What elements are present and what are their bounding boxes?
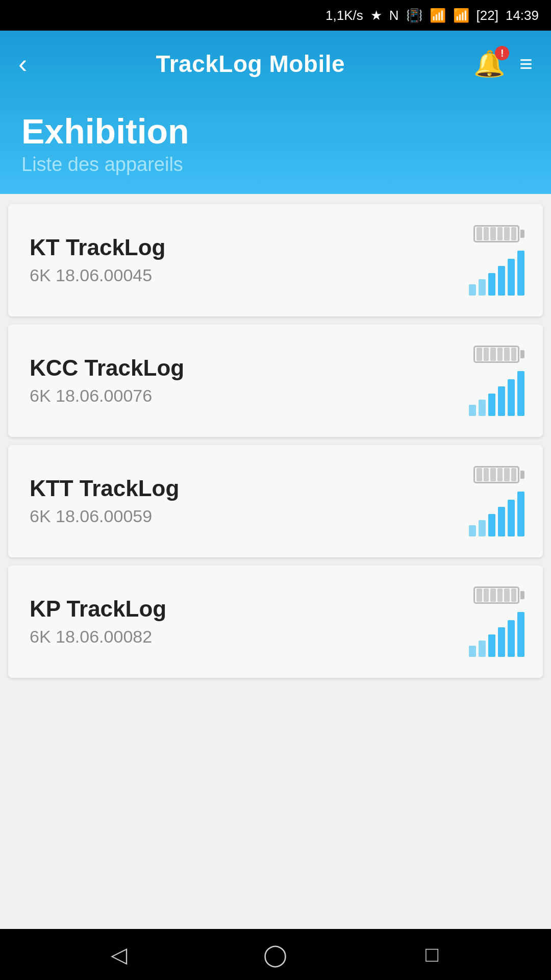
device-info: KCC TrackLog 6K 18.06.00076: [30, 355, 184, 406]
battery-body: [473, 586, 519, 604]
device-name: KCC TrackLog: [30, 355, 184, 381]
section-header: Exhibition Liste des appareils: [0, 97, 551, 194]
notification-button[interactable]: 🔔 !: [473, 49, 505, 79]
menu-button[interactable]: ≡: [519, 53, 533, 75]
device-list: KT TrackLog 6K 18.06.00045: [0, 194, 551, 929]
header-icons: 🔔 ! ≡: [473, 49, 533, 79]
network-speed: 1,1K/s: [325, 8, 363, 23]
device-status: [469, 466, 524, 536]
battery-tip: [520, 591, 524, 599]
signal-bars: [469, 371, 524, 416]
notification-badge: !: [495, 46, 509, 60]
battery-icon: [473, 586, 524, 604]
battery-percent: [22]: [477, 8, 498, 23]
nav-home-button[interactable]: ◯: [255, 934, 296, 975]
app-header: ‹ TrackLog Mobile 🔔 ! ≡: [0, 31, 551, 97]
battery-body: [473, 225, 519, 242]
signal-icon: 📶: [453, 8, 469, 23]
device-status: [469, 225, 524, 296]
back-button[interactable]: ‹: [18, 51, 27, 77]
device-name: KP TrackLog: [30, 596, 166, 622]
bluetooth-icon: ★: [370, 8, 382, 23]
device-id: 6K 18.06.00059: [30, 506, 179, 526]
app-title: TrackLog Mobile: [156, 50, 345, 78]
device-card[interactable]: KT TrackLog 6K 18.06.00045: [8, 204, 543, 316]
battery-tip: [520, 471, 524, 479]
device-name: KT TrackLog: [30, 235, 166, 260]
device-card[interactable]: KCC TrackLog 6K 18.06.00076: [8, 325, 543, 437]
device-card[interactable]: KTT TrackLog 6K 18.06.00059: [8, 445, 543, 557]
nfc-icon: N: [389, 8, 399, 23]
device-status: [469, 586, 524, 657]
battery-icon: [473, 225, 524, 242]
device-name: KTT TrackLog: [30, 476, 179, 501]
nav-recent-button[interactable]: □: [412, 934, 453, 975]
battery-icon: [473, 346, 524, 363]
device-status: [469, 346, 524, 416]
device-card[interactable]: KP TrackLog 6K 18.06.00082: [8, 566, 543, 678]
battery-body: [473, 346, 519, 363]
battery-body: [473, 466, 519, 483]
signal-bars: [469, 251, 524, 296]
section-subtitle: Liste des appareils: [21, 154, 530, 176]
device-info: KTT TrackLog 6K 18.06.00059: [30, 476, 179, 526]
device-info: KP TrackLog 6K 18.06.00082: [30, 596, 166, 647]
device-id: 6K 18.06.00082: [30, 627, 166, 647]
signal-bars: [469, 492, 524, 536]
battery-tip: [520, 230, 524, 238]
status-bar: 1,1K/s ★ N 📳 📶 📶 [22] 14:39: [0, 0, 551, 31]
vibrate-icon: 📳: [406, 8, 422, 23]
nav-back-button[interactable]: ◁: [98, 934, 139, 975]
time-display: 14:39: [506, 8, 539, 23]
battery-tip: [520, 350, 524, 358]
bottom-navigation: ◁ ◯ □: [0, 929, 551, 980]
device-id: 6K 18.06.00045: [30, 265, 166, 285]
wifi-icon: 📶: [430, 8, 446, 23]
section-title: Exhibition: [21, 112, 530, 151]
battery-icon: [473, 466, 524, 483]
device-info: KT TrackLog 6K 18.06.00045: [30, 235, 166, 285]
device-id: 6K 18.06.00076: [30, 386, 184, 406]
signal-bars: [469, 612, 524, 657]
